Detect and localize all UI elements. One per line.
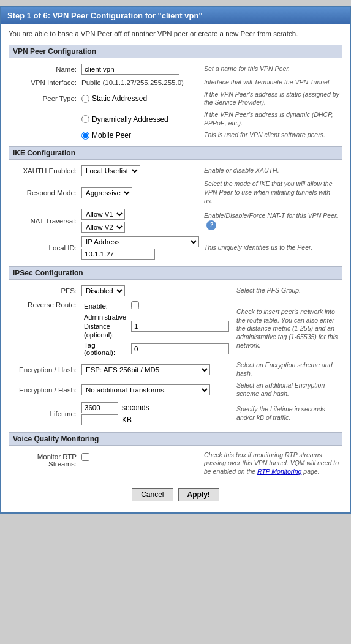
lifetime-label: Lifetime:	[9, 400, 79, 427]
reverse-route-label: Reverse Route:	[9, 298, 79, 359]
peer-type-mobile-label-cell	[9, 129, 79, 141]
lifetime-kb-row: KB	[81, 414, 232, 425]
enable-label: Enable:	[81, 300, 129, 312]
nat-v1-row: Allow V1	[81, 209, 199, 220]
peer-type-dynamic-row: Dynamically Addressed If the VPN Peer's …	[9, 109, 342, 129]
local-id-type-select[interactable]: IP Address	[81, 236, 199, 247]
pfs-row: PFS: Disabled Select the PFS Group.	[9, 283, 342, 298]
admin-distance-cell	[129, 312, 232, 340]
local-id-label: Local ID:	[9, 234, 79, 261]
name-label: Name:	[9, 62, 79, 77]
intro-text: You are able to base a VPN Peer off of a…	[9, 29, 342, 39]
encryption-hash2-help: Select an additional Encryption scheme a…	[234, 380, 342, 400]
lifetime-seconds-label: seconds	[122, 403, 149, 412]
reverse-route-help: Check to insert peer's network into the …	[234, 298, 342, 359]
encryption-hash-cell: ESP: AES 256bit / MD5	[79, 359, 234, 380]
vpn-interface-row: VPN Interface: Public (10.1.1.27/255.255…	[9, 77, 342, 89]
peer-type-dynamic-cell: Dynamically Addressed	[79, 109, 202, 129]
static-radio[interactable]	[81, 95, 89, 103]
peer-type-static-help: If the VPN Peer's address is static (ass…	[202, 89, 342, 109]
section-ipsec: IPSec Configuration	[9, 266, 342, 280]
pfs-cell: Disabled	[79, 283, 234, 298]
dialog-title: Step 1 of 6: VPN Peer Configuration for …	[1, 7, 350, 24]
nat-traversal-help: Enable/Disable/Force NAT-T for this VPN …	[202, 207, 342, 234]
name-help: Set a name for this VPN Peer.	[202, 62, 342, 77]
encryption-hash2-cell: No additional Transforms.	[79, 380, 234, 400]
name-input-cell	[79, 62, 202, 77]
peer-type-dynamic-label-cell	[9, 109, 79, 129]
reverse-route-cell: Enable: Administrative Distance (optiona…	[79, 298, 234, 359]
section-ike: IKE Configuration	[9, 146, 342, 160]
nat-help-text: Enable/Disable/Force NAT-T for this VPN …	[204, 212, 338, 219]
respond-mode-label: Respond Mode:	[9, 178, 79, 207]
mobile-radio-row: Mobile Peer	[81, 131, 199, 140]
nat-traversal-group: Allow V1 Allow V2	[81, 209, 199, 233]
pfs-select[interactable]: Disabled	[81, 285, 125, 296]
encryption-hash-select[interactable]: ESP: AES 256bit / MD5	[81, 364, 210, 375]
reverse-route-inner: Enable: Administrative Distance (optiona…	[81, 300, 232, 358]
admin-distance-row: Administrative Distance (optional):	[81, 312, 232, 340]
admin-distance-label: Administrative Distance (optional):	[81, 312, 129, 340]
lifetime-seconds-input[interactable]	[81, 402, 118, 413]
peer-type-dynamic-help: If the VPN Peer's address is dynamic (DH…	[202, 109, 342, 129]
dynamic-radio-row: Dynamically Addressed	[81, 115, 199, 124]
section-vpn-peer: VPN Peer Configuration	[9, 45, 342, 58]
peer-type-static-row: Peer Type: Static Addressed If the VPN P…	[9, 89, 342, 109]
nat-traversal-row: NAT Traversal: Allow V1 Allow V2	[9, 207, 342, 234]
vpn-peer-config-dialog: Step 1 of 6: VPN Peer Configuration for …	[0, 6, 351, 514]
lifetime-group: seconds KB	[81, 402, 232, 425]
ipsec-table: PFS: Disabled Select the PFS Group. Reve…	[9, 283, 342, 427]
lifetime-help: Specify the Lifetime in seconds and/or k…	[234, 400, 342, 427]
xauth-label: XAUTH Enabled:	[9, 163, 79, 178]
tag-cell	[129, 340, 232, 358]
cancel-button[interactable]: Cancel	[132, 488, 173, 501]
vqm-table: Monitor RTP Streams: Check this box if m…	[9, 449, 342, 478]
vpn-interface-value: Public (10.1.1.27/255.255.255.0)	[79, 77, 202, 89]
lifetime-kb-input[interactable]	[81, 414, 118, 425]
local-id-value-input[interactable]	[81, 249, 155, 260]
peer-type-mobile-cell: Mobile Peer	[79, 129, 202, 141]
nat-help-icon[interactable]: ?	[206, 220, 216, 230]
nat-v2-select[interactable]: Allow V2	[81, 222, 125, 233]
name-input[interactable]	[81, 64, 179, 75]
pfs-label: PFS:	[9, 283, 79, 298]
nat-v2-row: Allow V2	[81, 222, 199, 233]
rtp-monitoring-link[interactable]: RTP Monitoring	[257, 468, 301, 475]
peer-type-mobile-row: Mobile Peer This is used for VPN client …	[9, 129, 342, 141]
static-label: Static Addressed	[92, 94, 147, 103]
tag-input[interactable]	[131, 343, 229, 354]
peer-type-mobile-help: This is used for VPN client software pee…	[202, 129, 342, 141]
vpn-interface-help: Interface that will Terminate the VPN Tu…	[202, 77, 342, 89]
xauth-input-cell: Local Userlist	[79, 163, 202, 178]
mobile-label: Mobile Peer	[92, 131, 131, 140]
xauth-help: Enable or disable XAUTH.	[202, 163, 342, 178]
respond-mode-select[interactable]: Aggressive	[81, 187, 132, 198]
xauth-row: XAUTH Enabled: Local Userlist Enable or …	[9, 163, 342, 178]
xauth-select[interactable]: Local Userlist	[81, 165, 140, 176]
monitor-rtp-checkbox[interactable]	[81, 453, 89, 461]
button-row: Cancel Apply!	[9, 483, 342, 507]
monitor-rtp-help: Check this box if monitoring RTP streams…	[202, 449, 342, 478]
reverse-route-row: Reverse Route: Enable: Administrative	[9, 298, 342, 359]
monitor-rtp-cell	[79, 449, 202, 478]
admin-distance-input[interactable]	[131, 321, 229, 332]
enable-checkbox[interactable]	[131, 301, 139, 309]
vpn-interface-label: VPN Interface:	[9, 77, 79, 89]
peer-type-static-cell: Static Addressed	[79, 89, 202, 109]
pfs-help: Select the PFS Group.	[234, 283, 342, 298]
nat-v1-select[interactable]: Allow V1	[81, 209, 125, 220]
monitor-rtp-help-text2: page.	[303, 468, 319, 475]
encryption-hash2-label: Encryption / Hash:	[9, 380, 79, 400]
respond-mode-help: Select the mode of IKE that you will all…	[202, 178, 342, 207]
local-id-help: This uniquely identifies us to the Peer.	[202, 234, 342, 261]
lifetime-row: Lifetime: seconds KB Specify the Lifetim…	[9, 400, 342, 427]
lifetime-seconds-row: seconds	[81, 402, 232, 413]
encryption-hash-help: Select an Encryption scheme and hash.	[234, 359, 342, 380]
encryption-hash2-select[interactable]: No additional Transforms.	[81, 384, 210, 395]
apply-button[interactable]: Apply!	[178, 488, 219, 501]
tag-label: Tag (optional):	[81, 340, 129, 358]
respond-mode-cell: Aggressive	[79, 178, 202, 207]
mobile-radio[interactable]	[81, 132, 89, 140]
respond-mode-row: Respond Mode: Aggressive Select the mode…	[9, 178, 342, 207]
dynamic-radio[interactable]	[81, 115, 89, 123]
